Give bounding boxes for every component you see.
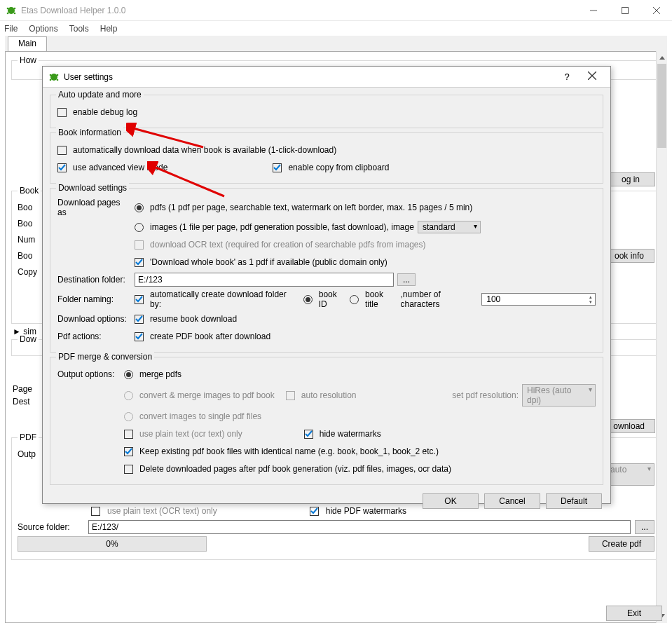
dialog-close-button[interactable] — [580, 71, 605, 82]
pdf-merge-legend: PDF merge & conversion — [56, 352, 154, 362]
merge-pdfs-label: merge pdfs — [139, 369, 181, 379]
folder-naming-label: Folder naming: — [57, 294, 131, 304]
conv-single-label: convert images to single pdf files — [139, 411, 261, 421]
pdfs-label: pdfs (1 pdf per page, searchable text, w… — [150, 203, 472, 212]
num-chars-input[interactable]: 100 — [481, 293, 596, 306]
source-folder-input[interactable] — [88, 520, 631, 534]
radio-images[interactable] — [135, 223, 144, 232]
check-keep-files[interactable] — [124, 447, 133, 456]
book-id-label: book ID — [319, 289, 346, 309]
default-button[interactable]: Default — [546, 493, 602, 509]
debug-log-label: enable debug log — [73, 107, 137, 117]
radio-merge-pdfs[interactable] — [124, 370, 133, 379]
whole-book-label: 'Download whole book' as 1 pdf if availa… — [150, 257, 388, 267]
check-plain-modal — [124, 430, 133, 439]
res-select-modal[interactable]: HiRes (auto dpi) — [522, 384, 596, 407]
create-after-label: create PDF book after download — [150, 332, 270, 341]
exit-button[interactable]: Exit — [606, 606, 662, 621]
output-options-label: Output options: — [57, 369, 121, 379]
window-title: Etas Download Helper 1.0.0 — [21, 6, 577, 15]
svg-point-4 — [14, 12, 16, 14]
resume-label: resume book download — [150, 314, 237, 324]
app-icon — [48, 71, 60, 83]
svg-point-15 — [50, 78, 52, 81]
dest-folder-label: Destination folder: — [57, 275, 131, 285]
radio-conv-single — [124, 412, 133, 421]
check-create-after[interactable] — [135, 332, 144, 341]
book-title-label: book title — [365, 289, 397, 309]
maximize-button[interactable] — [609, 0, 640, 20]
auto-res-modal-label: auto resolution — [301, 390, 357, 400]
svg-rect-6 — [622, 7, 628, 13]
clipboard-label: enable copy from clipboard — [288, 163, 389, 172]
svg-point-3 — [7, 12, 9, 14]
book-group-label: Book — [18, 186, 41, 196]
check-auto-res-modal — [286, 391, 295, 400]
advanced-view-label: use advanced view mode — [73, 163, 167, 172]
radio-book-id[interactable] — [303, 295, 313, 304]
book-info-legend: Book information — [56, 128, 123, 137]
tab-main[interactable]: Main — [8, 36, 47, 52]
svg-point-14 — [57, 74, 59, 76]
check-hide-wm-modal[interactable] — [304, 430, 313, 439]
ok-button[interactable]: OK — [423, 493, 479, 509]
menubar: File Options Tools Help — [0, 21, 672, 36]
svg-point-0 — [8, 7, 15, 14]
ocr-label: download OCR text (required for creation… — [150, 240, 426, 250]
check-auto-folder[interactable] — [135, 295, 144, 304]
close-button[interactable] — [640, 0, 672, 20]
plain-modal-label: use plain text (ocr text) only — [139, 429, 242, 439]
menu-help[interactable]: Help — [100, 24, 118, 34]
create-pdf-button[interactable]: Create pdf — [589, 536, 654, 552]
check-debug-log[interactable] — [57, 108, 67, 117]
dest-folder-input[interactable] — [135, 273, 394, 287]
num-chars-label: ,number of characters — [401, 289, 479, 309]
user-settings-dialog: User settings ? Auto update and more ena… — [42, 66, 611, 504]
check-clipboard[interactable] — [273, 163, 282, 172]
pdf-actions-label: Pdf actions: — [57, 332, 131, 341]
pdf-group-label: PDF — [18, 432, 39, 442]
window-titlebar: Etas Download Helper 1.0.0 — [0, 0, 672, 21]
cancel-button[interactable]: Cancel — [484, 493, 540, 509]
menu-file[interactable]: File — [4, 24, 18, 34]
download-settings-legend: Download settings — [56, 183, 129, 193]
bookinfo-button[interactable]: ook info — [604, 249, 654, 263]
progress-bar: 0% — [18, 536, 207, 552]
dl-options-label: Download options: — [57, 314, 131, 324]
source-folder-label: Source folder: — [18, 522, 84, 532]
hide-wm-modal-label: hide watermarks — [320, 429, 381, 439]
set-res-modal-label: set pdf resolution: — [452, 390, 519, 400]
check-auto-download[interactable] — [57, 146, 67, 155]
minimize-button[interactable] — [577, 0, 609, 20]
svg-point-1 — [7, 7, 9, 9]
auto-download-label: automatically download data when book is… — [73, 145, 336, 155]
delete-pages-label: Delete downloaded pages after pdf book g… — [139, 464, 451, 474]
check-whole-book[interactable] — [135, 258, 144, 267]
keep-files-label: Keep existing pdf book files with identi… — [139, 446, 439, 456]
dest-browse-button[interactable]: ... — [397, 273, 416, 286]
conv-merge-label: convert & merge images to pdf book — [139, 390, 275, 400]
scroll-thumb[interactable] — [657, 64, 666, 148]
image-mode-select[interactable]: standard — [418, 221, 481, 233]
radio-book-title[interactable] — [350, 295, 359, 304]
browse-button[interactable]: ... — [635, 520, 654, 534]
help-button[interactable]: ? — [554, 71, 580, 82]
check-delete-pages[interactable] — [124, 465, 133, 474]
check-advanced-view[interactable] — [57, 163, 67, 172]
svg-point-12 — [50, 74, 57, 81]
menu-tools[interactable]: Tools — [69, 24, 89, 34]
howto-group-label: How — [18, 55, 39, 65]
svg-point-2 — [14, 7, 16, 9]
dialog-title: User settings — [64, 72, 113, 82]
scrollbar[interactable] — [656, 51, 667, 623]
check-ocr — [135, 240, 144, 250]
svg-point-16 — [57, 78, 59, 81]
svg-point-13 — [50, 74, 52, 76]
app-icon — [6, 5, 17, 16]
images-label: images (1 file per page, pdf generation … — [150, 222, 414, 232]
dl-as-label: Download pages as — [57, 198, 131, 217]
menu-options[interactable]: Options — [29, 24, 57, 34]
check-resume[interactable] — [135, 315, 144, 324]
radio-pdfs[interactable] — [135, 203, 144, 212]
login-button[interactable]: og in — [606, 172, 655, 186]
